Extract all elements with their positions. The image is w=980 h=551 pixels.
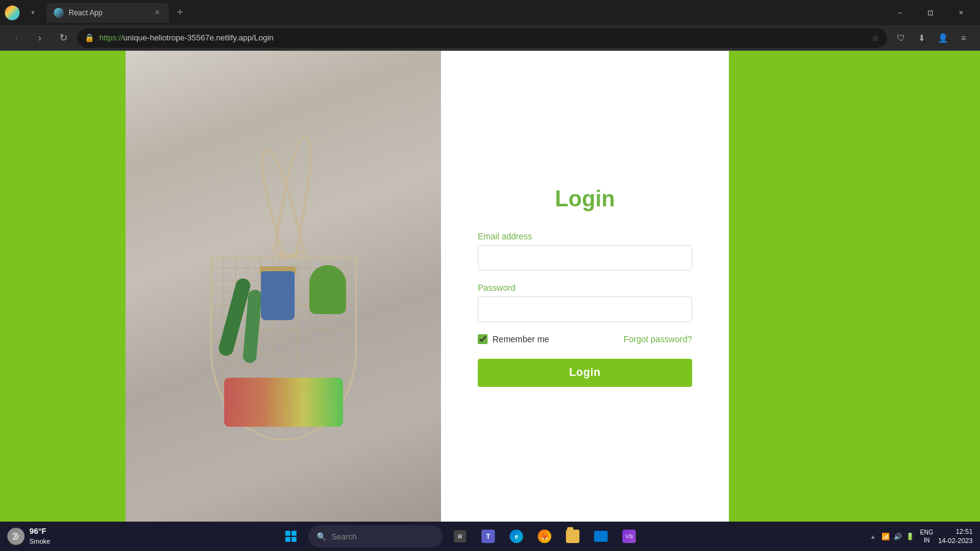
login-container: Login Email address Password Remember me bbox=[478, 186, 692, 387]
refresh-button[interactable]: ↻ bbox=[54, 29, 72, 47]
password-input[interactable] bbox=[478, 296, 692, 322]
system-tray: 📶 🔊 🔋 bbox=[881, 531, 915, 541]
weather-text: 96°F Smoke bbox=[29, 527, 50, 545]
vs-taskbar-app[interactable]: VS bbox=[617, 524, 641, 549]
weather-icon: 🌫 bbox=[7, 528, 24, 545]
password-label: Password bbox=[478, 283, 692, 293]
tab-close-button[interactable]: ✕ bbox=[152, 8, 162, 18]
remember-me-label: Remember me bbox=[478, 334, 549, 344]
page-content: Login Email address Password Remember me bbox=[0, 51, 980, 522]
password-form-group: Password bbox=[478, 283, 692, 322]
profile-button[interactable]: 👤 bbox=[933, 29, 952, 47]
window-controls: − ⊡ × bbox=[886, 3, 975, 23]
main-card: Login Email address Password Remember me bbox=[126, 51, 729, 522]
win-icon-tr bbox=[292, 531, 296, 536]
remember-me-text: Remember me bbox=[492, 334, 549, 344]
windows-icon bbox=[285, 531, 296, 542]
battery-icon: 🔋 bbox=[905, 531, 915, 541]
forward-button[interactable]: › bbox=[31, 29, 49, 47]
jar bbox=[261, 271, 295, 320]
login-title: Login bbox=[478, 186, 692, 212]
volume-icon: 🔊 bbox=[893, 531, 903, 541]
login-section: Login Email address Password Remember me bbox=[441, 51, 729, 522]
herbs bbox=[309, 265, 346, 314]
teams-taskbar-app[interactable]: T bbox=[476, 524, 500, 549]
win-icon-bl bbox=[285, 537, 290, 542]
back-button[interactable]: ‹ bbox=[7, 29, 26, 47]
weather-widget: 🌫 96°F Smoke bbox=[7, 527, 50, 545]
download-button[interactable]: ⬇ bbox=[913, 29, 931, 47]
weather-temp: 96°F bbox=[29, 527, 50, 537]
teams-icon: T bbox=[481, 530, 495, 543]
network-icon: 📶 bbox=[881, 531, 891, 541]
start-button[interactable] bbox=[279, 524, 303, 549]
clock-time: 12:51 bbox=[938, 527, 973, 536]
forgot-password-link[interactable]: Forgot password? bbox=[624, 334, 692, 344]
taskbar: 🌫 96°F Smoke 🔍 Search bbox=[0, 522, 980, 551]
language-code: ENG bbox=[920, 528, 933, 536]
hero-image-section bbox=[126, 51, 441, 522]
tab-bar: React App ✕ + bbox=[47, 3, 881, 23]
taskbar-apps: ⊞ T e 🦊 VS bbox=[448, 524, 641, 549]
clock-widget: 12:51 14-02-2023 bbox=[938, 527, 973, 546]
bag-illustration bbox=[204, 184, 363, 441]
edge-icon: e bbox=[510, 530, 523, 543]
edge-taskbar-app[interactable]: e bbox=[504, 524, 529, 549]
search-icon: 🔍 bbox=[317, 532, 326, 541]
login-button[interactable]: Login bbox=[478, 359, 692, 387]
url-domain: unique-heliotrope-35567e.netlify.app/Log… bbox=[123, 33, 274, 42]
active-tab[interactable]: React App ✕ bbox=[47, 3, 169, 23]
win-icon-tl bbox=[285, 531, 290, 536]
browser-window: ▾ React App ✕ + − ⊡ × ‹ › ↻ 🔒 https://un… bbox=[0, 0, 980, 551]
vegetables bbox=[224, 378, 343, 427]
email-input[interactable] bbox=[478, 245, 692, 271]
task-view-icon: ⊞ bbox=[454, 530, 466, 542]
task-view-symbol: ⊞ bbox=[458, 533, 462, 539]
form-options: Remember me Forgot password? bbox=[478, 334, 692, 344]
left-green-area bbox=[0, 51, 126, 522]
language-widget: ENG IN bbox=[920, 528, 933, 544]
search-label: Search bbox=[331, 532, 356, 541]
maximize-button[interactable]: ⊡ bbox=[916, 3, 944, 23]
mail-taskbar-app[interactable] bbox=[589, 524, 613, 549]
navigation-bar: ‹ › ↻ 🔒 https://unique-heliotrope-35567e… bbox=[0, 25, 980, 51]
vs-icon: VS bbox=[622, 530, 636, 543]
taskbar-search[interactable]: 🔍 Search bbox=[308, 525, 443, 547]
firefox-taskbar-app[interactable]: 🦊 bbox=[532, 524, 557, 549]
weather-condition: Smoke bbox=[29, 537, 50, 545]
right-green-area bbox=[729, 51, 980, 522]
tab-list-button[interactable]: ▾ bbox=[24, 4, 42, 21]
tab-title: React App bbox=[69, 9, 147, 17]
url-bar[interactable]: 🔒 https://unique-heliotrope-35567e.netli… bbox=[77, 28, 887, 48]
net-bag bbox=[210, 257, 357, 441]
url-text: https://unique-heliotrope-35567e.netlify… bbox=[99, 33, 867, 42]
extensions-button[interactable]: 🛡 bbox=[892, 29, 910, 47]
minimize-button[interactable]: − bbox=[886, 3, 914, 23]
security-icon: 🔒 bbox=[85, 33, 94, 43]
mail-icon bbox=[594, 531, 608, 542]
taskbar-left: 🌫 96°F Smoke bbox=[7, 527, 50, 545]
system-tray-expand[interactable]: ▲ bbox=[870, 533, 876, 540]
taskbar-right: ▲ 📶 🔊 🔋 ENG IN 12:51 14-02-2023 bbox=[870, 527, 973, 546]
task-view-button[interactable]: ⊞ bbox=[448, 524, 472, 549]
nav-right-buttons: 🛡 ⬇ 👤 ≡ bbox=[892, 29, 973, 47]
explorer-taskbar-app[interactable] bbox=[560, 524, 585, 549]
close-button[interactable]: × bbox=[947, 3, 975, 23]
folder-icon bbox=[566, 530, 579, 543]
url-protocol: https:// bbox=[99, 33, 123, 42]
grocery-background bbox=[126, 51, 441, 522]
tab-favicon bbox=[54, 8, 64, 18]
title-bar: ▾ React App ✕ + − ⊡ × bbox=[0, 0, 980, 25]
menu-button[interactable]: ≡ bbox=[954, 29, 973, 47]
clock-date: 14-02-2023 bbox=[938, 536, 973, 545]
win-icon-br bbox=[292, 537, 296, 542]
new-tab-button[interactable]: + bbox=[172, 4, 189, 21]
email-label: Email address bbox=[478, 231, 692, 241]
bookmark-icon[interactable]: ☆ bbox=[872, 33, 880, 43]
browser-logo bbox=[5, 6, 20, 20]
remember-me-checkbox[interactable] bbox=[478, 334, 488, 344]
taskbar-center: 🔍 Search ⊞ T e 🦊 bbox=[55, 524, 865, 549]
email-form-group: Email address bbox=[478, 231, 692, 271]
language-region: IN bbox=[920, 536, 933, 544]
firefox-icon: 🦊 bbox=[538, 530, 551, 543]
